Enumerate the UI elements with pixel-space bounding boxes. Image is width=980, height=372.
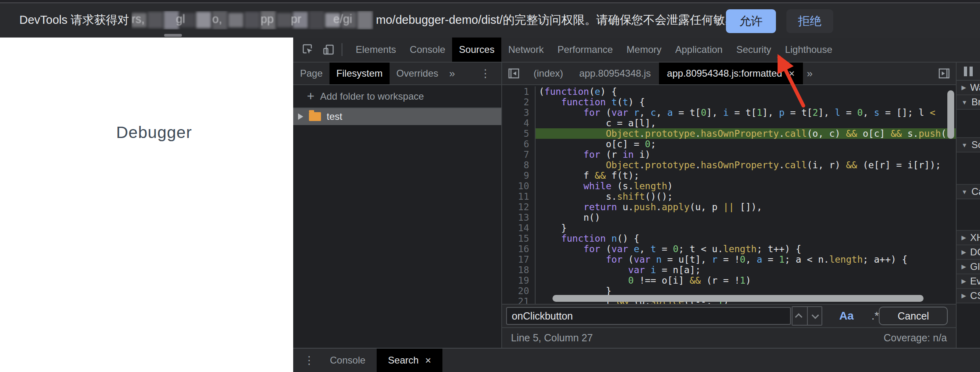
redaction-block <box>148 12 163 28</box>
tab-elements[interactable]: Elements <box>349 38 403 62</box>
editor-tabbar: (index)app.80954348.jsapp.80954348.js:fo… <box>502 63 956 85</box>
code-text: s.shift()(); <box>536 191 956 202</box>
debugger-sidebar: ▶Wa▼Br▼Sc▼Ca▶XH▶DO▶Gl▶Ev▶CS <box>956 63 980 348</box>
line-number: 4 <box>502 118 536 128</box>
redaction-block <box>244 12 260 28</box>
sidebar-section-do[interactable]: ▶DO <box>957 245 980 260</box>
sidebar-section-label: Sc <box>972 139 980 150</box>
redacted-fragment: o, <box>212 13 222 26</box>
sidebar-section-br[interactable]: ▼Br <box>957 95 980 110</box>
redaction-block <box>228 13 244 27</box>
tab-console[interactable]: Console <box>403 38 452 62</box>
line-number: 17 <box>502 254 536 265</box>
toggle-debugger-sidebar-icon[interactable] <box>937 67 951 80</box>
disclosure-triangle-icon[interactable] <box>298 113 303 120</box>
drawer-tab-label: Search <box>388 349 419 372</box>
regex-toggle[interactable]: .* <box>872 309 879 322</box>
allow-button[interactable]: 允许 <box>726 9 776 33</box>
navigator-menu-icon[interactable]: ⋮ <box>480 67 491 80</box>
folder-icon <box>309 112 321 121</box>
navigator-tab-overrides[interactable]: Overrides <box>390 63 445 84</box>
sidebar-section-ev[interactable]: ▶Ev <box>957 274 980 289</box>
code-text: for (var n = u[t], r = !0, a = 1; a < n.… <box>536 254 956 265</box>
expand-triangle-icon: ▶ <box>961 263 966 270</box>
more-navigator-tabs-icon[interactable]: » <box>445 67 459 80</box>
drawer-menu-icon[interactable]: ⋮ <box>304 354 315 367</box>
previous-match-icon[interactable] <box>792 307 807 325</box>
drawer-tab-search[interactable]: Search× <box>377 349 442 372</box>
more-editor-tabs-icon[interactable]: » <box>803 67 817 80</box>
device-toolbar-icon[interactable] <box>321 43 335 56</box>
tab-memory[interactable]: Memory <box>620 38 669 62</box>
line-number: 7 <box>502 149 536 160</box>
expand-triangle-icon: ▶ <box>961 278 966 285</box>
inspect-element-icon[interactable] <box>300 43 314 56</box>
close-icon[interactable]: × <box>425 349 431 372</box>
search-nav-group <box>792 306 822 326</box>
code-line-3: 3 for (var r, c, a = t[0], i = t[1], p =… <box>502 107 956 118</box>
code-text: function t(t) { <box>536 97 956 107</box>
redacted-underline <box>164 34 182 37</box>
line-number: 10 <box>502 181 536 191</box>
redacted-fragment: e/gi <box>333 13 352 26</box>
tab-network[interactable]: Network <box>501 38 550 62</box>
search-input[interactable] <box>506 307 791 325</box>
code-text: for (r in i) <box>536 149 956 160</box>
sidebar-section-xh[interactable]: ▶XH <box>957 231 980 245</box>
deny-button[interactable]: 拒绝 <box>786 9 833 33</box>
tab-lighthouse[interactable]: Lighthouse <box>778 38 839 62</box>
line-number: 12 <box>502 202 536 212</box>
navigator-tab-page[interactable]: Page <box>293 63 329 84</box>
add-folder-to-workspace[interactable]: + Add folder to workspace <box>293 85 501 108</box>
code-line-19: 19 0 !== o[i] && (r = !1) <box>502 275 956 286</box>
line-number: 6 <box>502 139 536 149</box>
editor-tab-3[interactable]: app.80954348.js:formatted× <box>659 63 803 84</box>
close-icon[interactable]: × <box>788 63 794 84</box>
tab-application[interactable]: Application <box>668 38 729 62</box>
next-match-icon[interactable] <box>807 307 822 325</box>
inspected-page: Debugger <box>0 38 293 372</box>
toolbar-divider <box>342 43 342 56</box>
add-folder-label: Add folder to workspace <box>320 91 424 102</box>
vertical-scrollbar[interactable] <box>947 90 954 139</box>
editor-tab-label: app.80954348.js:formatted <box>667 63 782 84</box>
tab-sources[interactable]: Sources <box>452 38 501 62</box>
horizontal-scrollbar[interactable] <box>553 295 924 302</box>
sources-navigator-pane: PageFilesystemOverrides » ⋮ + Add folder… <box>293 63 502 348</box>
sidebar-section-sc[interactable]: ▼Sc <box>957 138 980 153</box>
sidebar-section-label: Gl <box>970 261 980 272</box>
sidebar-section-label: CS <box>970 290 980 301</box>
code-line-17: 17 for (var n = u[t], r = !0, a = 1; a <… <box>502 254 956 265</box>
navigator-tabbar: PageFilesystemOverrides » ⋮ <box>293 63 501 85</box>
tab-performance[interactable]: Performance <box>550 38 619 62</box>
sidebar-section-content <box>957 153 980 185</box>
sidebar-section-cs[interactable]: ▶CS <box>957 289 980 303</box>
code-line-7: 7 for (r in i) <box>502 149 956 160</box>
sidebar-section-label: DO <box>970 247 980 258</box>
sidebar-section-ca[interactable]: ▼Ca <box>957 185 980 199</box>
drawer-tab-console[interactable]: Console <box>319 349 377 372</box>
line-number: 9 <box>502 170 536 181</box>
sidebar-section-gl[interactable]: ▶Gl <box>957 260 980 274</box>
banner-text-prefix: DevTools 请求获得对 <box>19 12 129 28</box>
code-text: return u.push.apply(u, p || []), <box>536 202 956 212</box>
tab-security[interactable]: Security <box>730 38 778 62</box>
match-case-toggle[interactable]: Aa <box>839 309 854 322</box>
folder-name: test <box>327 111 342 122</box>
workspace-folder-row[interactable]: test <box>293 108 501 125</box>
line-number: 1 <box>502 86 536 97</box>
editor-status-bar: Line 5, Column 27 Coverage: n/a <box>502 327 956 348</box>
banner-path-visible: mo/debugger-demo/dist/ <box>376 13 503 27</box>
code-line-2: 2 function t(t) { <box>502 97 956 107</box>
code-line-4: 4 c = a[l], <box>502 118 956 128</box>
cancel-button[interactable]: Cancel <box>879 307 948 325</box>
editor-tab-2[interactable]: app.80954348.js <box>571 63 659 84</box>
toggle-navigator-icon[interactable] <box>507 67 521 80</box>
navigator-tab-filesystem[interactable]: Filesystem <box>329 63 390 84</box>
code-editor[interactable]: 1(function(e) {2 function t(t) {3 for (v… <box>502 85 956 304</box>
sidebar-section-wa[interactable]: ▶Wa <box>957 81 980 95</box>
editor-tab-1[interactable]: (index) <box>525 63 571 84</box>
pause-script-icon[interactable] <box>964 67 973 76</box>
sidebar-section-content <box>957 199 980 231</box>
code-text: 0 !== o[i] && (r = !1) <box>536 275 956 286</box>
